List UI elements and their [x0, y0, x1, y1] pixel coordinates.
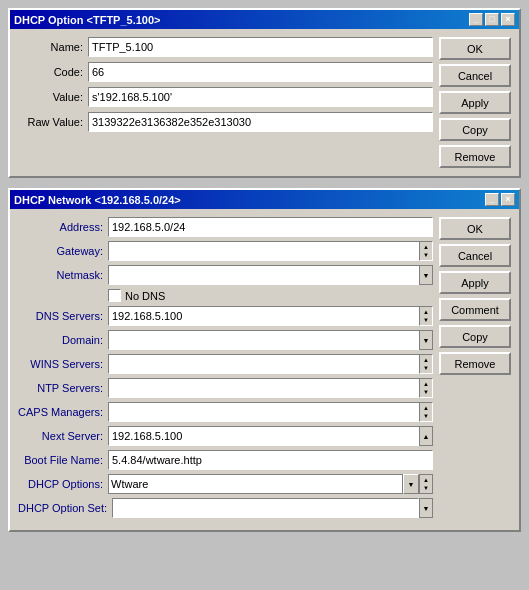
up-arrow-icon: ▲	[423, 381, 429, 387]
dialog2-dhcpoptions-row: DHCP Options: Wtware ▼ ▲ ▼	[18, 474, 433, 494]
dialog2-gateway-input[interactable]	[108, 241, 419, 261]
dropdown-icon: ▼	[423, 337, 430, 344]
dialog1-title: DHCP Option <TFTP_5.100>	[14, 14, 161, 26]
dialog2-close-btn[interactable]: ×	[501, 193, 515, 206]
dropdown-icon: ▼	[423, 272, 430, 279]
dialog2-nextserver-input[interactable]	[108, 426, 419, 446]
dialog1-name-input[interactable]	[88, 37, 433, 57]
dialog2-dhcpoptions-select[interactable]: Wtware	[108, 474, 403, 494]
up-arrow-icon: ▲	[423, 244, 429, 250]
dialog2-dhcpoptions-field: Wtware ▼ ▲ ▼	[108, 474, 433, 494]
dialog1-code-input[interactable]	[88, 62, 433, 82]
dialog1-apply-button[interactable]: Apply	[439, 91, 511, 114]
dialog2-domain-input[interactable]	[108, 330, 419, 350]
dialog2-minimize-btn[interactable]: _	[485, 193, 499, 206]
dialog2-nextserver-field: ▲	[108, 426, 433, 446]
dialog2-buttons: OK Cancel Apply Comment Copy Remove	[439, 217, 511, 522]
dialog2-dhcpoptionset-field: ▼	[112, 498, 433, 518]
dialog2-nodns-checkbox[interactable]	[108, 289, 121, 302]
dialog1-name-row: Name:	[18, 37, 433, 57]
dialog2-dns-arrows[interactable]: ▲ ▼	[419, 306, 433, 326]
dialog1-remove-button[interactable]: Remove	[439, 145, 511, 168]
dialog2-nextserver-row: Next Server: ▲	[18, 426, 433, 446]
dialog2-bootfile-input[interactable]	[108, 450, 433, 470]
dialog2-gateway-arrows[interactable]: ▲ ▼	[419, 241, 433, 261]
dialog2-netmask-field: ▼	[108, 265, 433, 285]
dialog1-close-btn[interactable]: ×	[501, 13, 515, 26]
dhcp-option-dialog: DHCP Option <TFTP_5.100> _ □ × Name: Cod…	[8, 8, 521, 178]
dialog2-netmask-row: Netmask: ▼	[18, 265, 433, 285]
dialog1-maximize-btn[interactable]: □	[485, 13, 499, 26]
dialog1-cancel-button[interactable]: Cancel	[439, 64, 511, 87]
dialog1-body: Name: Code: Value: Raw Value: OK Cancel …	[10, 29, 519, 176]
dialog2-body: Address: Gateway: ▲ ▼ Netmask:	[10, 209, 519, 530]
dialog2-copy-button[interactable]: Copy	[439, 325, 511, 348]
dropdown-icon: ▼	[423, 505, 430, 512]
dialog2-dhcpoptionset-dropdown[interactable]: ▼	[419, 498, 433, 518]
down-arrow-icon: ▼	[423, 252, 429, 258]
dialog2-caps-arrows[interactable]: ▲ ▼	[419, 402, 433, 422]
dialog2-nextserver-arrow[interactable]: ▲	[419, 426, 433, 446]
dialog2-address-label: Address:	[18, 221, 103, 233]
dialog2-comment-button[interactable]: Comment	[439, 298, 511, 321]
dialog2-domain-label: Domain:	[18, 334, 103, 346]
dialog2-domain-field: ▼	[108, 330, 433, 350]
up-arrow-icon: ▲	[423, 405, 429, 411]
dialog2-bootfile-row: Boot File Name:	[18, 450, 433, 470]
dialog2-domain-dropdown[interactable]: ▼	[419, 330, 433, 350]
down-arrow-icon: ▼	[423, 389, 429, 395]
dialog1-copy-button[interactable]: Copy	[439, 118, 511, 141]
dialog2-title-buttons: _ ×	[485, 193, 515, 206]
dialog2-dns-input[interactable]	[108, 306, 419, 326]
down-arrow-icon: ▼	[423, 413, 429, 419]
dialog2-apply-button[interactable]: Apply	[439, 271, 511, 294]
dialog1-buttons: OK Cancel Apply Copy Remove	[439, 37, 511, 168]
dialog2-ntp-label: NTP Servers:	[18, 382, 103, 394]
dialog2-wins-label: WINS Servers:	[18, 358, 103, 370]
dialog2-address-row: Address:	[18, 217, 433, 237]
dialog2-dhcpoptionset-row: DHCP Option Set: ▼	[18, 498, 433, 518]
dialog2-dhcpoptionset-input[interactable]	[112, 498, 419, 518]
dialog2-dns-row: DNS Servers: ▲ ▼	[18, 306, 433, 326]
dialog1-minimize-btn[interactable]: _	[469, 13, 483, 26]
dialog2-ok-button[interactable]: OK	[439, 217, 511, 240]
dialog1-ok-button[interactable]: OK	[439, 37, 511, 60]
dialog2-wins-row: WINS Servers: ▲ ▼	[18, 354, 433, 374]
dialog2-address-input[interactable]	[108, 217, 433, 237]
dialog2-cancel-button[interactable]: Cancel	[439, 244, 511, 267]
dialog1-rawvalue-label: Raw Value:	[18, 116, 83, 128]
dialog2-gateway-label: Gateway:	[18, 245, 103, 257]
dhcp-network-dialog: DHCP Network <192.168.5.0/24> _ × Addres…	[8, 188, 521, 532]
dialog2-dhcpoptionset-label: DHCP Option Set:	[18, 502, 107, 514]
dialog2-dhcpoptions-dropdown-btn[interactable]: ▼	[403, 474, 419, 494]
dialog2-netmask-label: Netmask:	[18, 269, 103, 281]
down-arrow-icon: ▼	[423, 365, 429, 371]
up-arrow-icon: ▲	[423, 357, 429, 363]
up-arrow-icon: ▲	[423, 309, 429, 315]
up-arrow-icon: ▲	[423, 477, 429, 483]
dialog2-gateway-row: Gateway: ▲ ▼	[18, 241, 433, 261]
dialog2-remove-button[interactable]: Remove	[439, 352, 511, 375]
dialog1-rawvalue-input[interactable]	[88, 112, 433, 132]
dialog2-wins-field: ▲ ▼	[108, 354, 433, 374]
dialog2-caps-label: CAPS Managers:	[18, 406, 103, 418]
down-arrow-icon: ▼	[423, 317, 429, 323]
dialog2-netmask-dropdown[interactable]: ▼	[419, 265, 433, 285]
dialog2-wins-arrows[interactable]: ▲ ▼	[419, 354, 433, 374]
up-arrow-icon: ▲	[423, 433, 430, 440]
dialog2-dhcpoptions-arrows[interactable]: ▲ ▼	[419, 474, 433, 494]
dialog2-title-bar: DHCP Network <192.168.5.0/24> _ ×	[10, 190, 519, 209]
dialog2-netmask-input[interactable]	[108, 265, 419, 285]
dialog2-caps-row: CAPS Managers: ▲ ▼	[18, 402, 433, 422]
dialog2-ntp-arrows[interactable]: ▲ ▼	[419, 378, 433, 398]
dialog2-nodns-label: No DNS	[125, 290, 165, 302]
dialog2-caps-field: ▲ ▼	[108, 402, 433, 422]
dialog1-value-input[interactable]	[88, 87, 433, 107]
dialog2-ntp-input[interactable]	[108, 378, 419, 398]
dialog2-wins-input[interactable]	[108, 354, 419, 374]
dialog2-dns-field: ▲ ▼	[108, 306, 433, 326]
dialog2-caps-input[interactable]	[108, 402, 419, 422]
dialog2-domain-row: Domain: ▼	[18, 330, 433, 350]
dialog1-value-row: Value:	[18, 87, 433, 107]
dialog2-bootfile-label: Boot File Name:	[18, 454, 103, 466]
